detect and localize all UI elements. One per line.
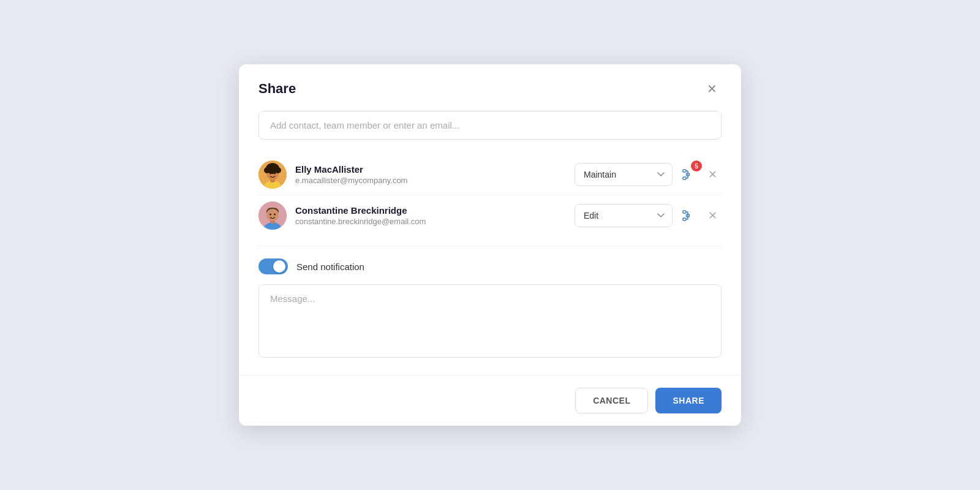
avatar-elly-image xyxy=(258,160,287,189)
remove-button-constantine[interactable]: ✕ xyxy=(703,206,722,225)
tree-button-constantine[interactable] xyxy=(679,206,697,225)
share-button[interactable]: SHARE xyxy=(655,388,722,413)
contact-email: constantine.breckinridge@email.com xyxy=(295,217,566,226)
contact-row: Elly MacAllister e.macallister@mycompany… xyxy=(258,154,722,195)
contact-email: e.macallister@mycompany.com xyxy=(295,176,566,185)
hierarchy-icon xyxy=(682,210,693,221)
search-input[interactable] xyxy=(258,111,722,140)
cancel-button[interactable]: CANCEL xyxy=(575,388,648,413)
contact-actions: Maintain Edit View Comment xyxy=(575,163,722,186)
svg-point-10 xyxy=(274,165,279,171)
contact-info: Elly MacAllister e.macallister@mycompany… xyxy=(295,164,566,185)
message-textarea[interactable] xyxy=(258,284,722,358)
notification-badge: 5 xyxy=(691,160,702,172)
svg-rect-13 xyxy=(683,177,686,179)
contact-name: Elly MacAllister xyxy=(295,164,566,175)
avatar xyxy=(258,202,287,230)
svg-rect-26 xyxy=(683,218,686,221)
dialog-header: Share ✕ xyxy=(239,64,741,111)
contact-info: Constantine Breckinridge constantine.bre… xyxy=(295,205,566,226)
divider xyxy=(258,246,722,246)
permission-select-constantine[interactable]: Maintain Edit View Comment xyxy=(575,204,673,227)
remove-button-elly[interactable]: ✕ xyxy=(703,165,722,184)
contact-name: Constantine Breckinridge xyxy=(295,205,566,216)
contacts-list: Elly MacAllister e.macallister@mycompany… xyxy=(258,154,722,236)
contact-row: Constantine Breckinridge constantine.bre… xyxy=(258,195,722,236)
share-dialog: Share ✕ xyxy=(239,64,741,426)
contact-actions: Maintain Edit View Comment xyxy=(575,204,722,227)
tree-icon-container-elly: 5 xyxy=(679,165,697,184)
close-icon: ✕ xyxy=(707,81,717,96)
svg-point-9 xyxy=(266,165,272,171)
svg-point-22 xyxy=(270,214,271,216)
avatar xyxy=(258,160,287,189)
svg-rect-11 xyxy=(683,170,686,172)
svg-rect-24 xyxy=(683,211,686,213)
close-icon: ✕ xyxy=(708,168,717,181)
dialog-footer: CANCEL SHARE xyxy=(239,375,741,426)
notification-row: Send notification xyxy=(258,258,722,274)
dialog-body: Elly MacAllister e.macallister@mycompany… xyxy=(239,111,741,375)
close-icon: ✕ xyxy=(708,209,717,222)
notification-label: Send notification xyxy=(296,262,364,272)
close-button[interactable]: ✕ xyxy=(702,79,722,99)
notification-toggle[interactable] xyxy=(258,258,288,274)
dialog-title: Share xyxy=(258,81,296,97)
avatar-constantine-image xyxy=(258,202,287,230)
permission-select-elly[interactable]: Maintain Edit View Comment xyxy=(575,163,673,186)
svg-point-23 xyxy=(274,214,276,216)
svg-point-21 xyxy=(266,209,279,221)
hierarchy-icon xyxy=(682,169,693,180)
toggle-slider xyxy=(258,258,288,274)
